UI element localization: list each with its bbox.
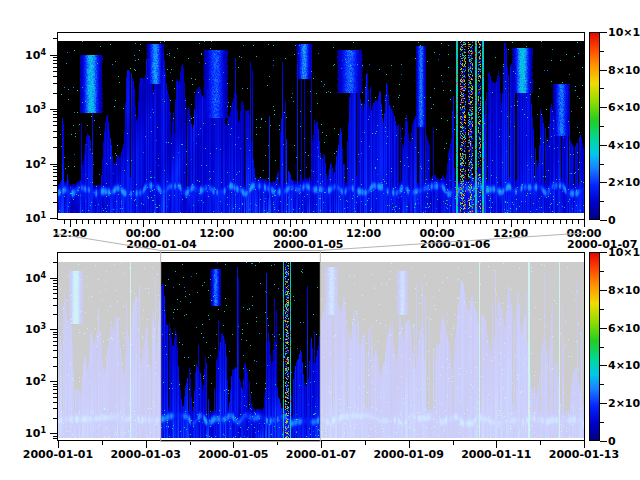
main-x-major-tick [437, 220, 438, 227]
context-y-minor-tick [53, 436, 57, 437]
main-y-minor-tick [53, 93, 57, 94]
context-spectrogram-canvas[interactable] [58, 262, 584, 438]
main-y-minor-tick [53, 137, 57, 138]
main-x-minor-tick [168, 220, 169, 224]
main-x-minor-tick [64, 220, 65, 224]
main-x-minor-tick [119, 220, 120, 224]
main-y-minor-tick [53, 67, 57, 68]
context-y-major-tick [50, 381, 57, 382]
context-x-tick-label: 2000-01-07 [286, 449, 356, 460]
context-colorbar-minor-tick [600, 309, 604, 310]
main-colorbar-tick-label: 10×107 [608, 27, 640, 38]
main-x-tick-label: 12:00 [346, 228, 381, 239]
context-y-tick-label: 103 [0, 324, 46, 335]
main-x-minor-tick [94, 220, 95, 224]
main-x-minor-tick [76, 220, 77, 224]
context-y-minor-tick [53, 305, 57, 306]
main-y-major-tick [50, 164, 57, 165]
main-x-minor-tick [278, 220, 279, 224]
superscript: 1 [40, 211, 46, 220]
context-y-minor-tick [53, 386, 57, 387]
context-colorbar-major-tick [600, 328, 607, 329]
context-colorbar-minor-tick [600, 271, 604, 272]
context-y-tick-label: 104 [0, 272, 46, 283]
main-x-minor-tick [517, 220, 518, 224]
context-x-tick-label: 2000-01-11 [461, 449, 531, 460]
context-x-major-tick [409, 441, 410, 448]
main-x-minor-tick [260, 220, 261, 224]
main-y-minor-tick [53, 147, 57, 148]
main-y-minor-tick [53, 71, 57, 72]
context-colorbar-tick-label: 10×107 [608, 247, 640, 258]
main-x-minor-tick [235, 220, 236, 224]
context-colorbar [589, 252, 600, 441]
context-y-minor-tick [53, 384, 57, 385]
main-y-minor-tick [53, 176, 57, 177]
main-x-minor-tick [560, 220, 561, 224]
main-y-major-tick [50, 218, 57, 219]
main-y-minor-tick [53, 60, 57, 61]
context-y-tick-label: 101 [0, 428, 46, 439]
context-y-minor-tick [53, 418, 57, 419]
main-x-tick-date-label: 2000-01-04 [126, 239, 196, 250]
context-x-minor-tick [365, 441, 366, 445]
superscript: 4 [40, 47, 46, 56]
main-x-minor-tick [223, 220, 224, 224]
main-x-minor-tick [315, 220, 316, 224]
context-x-major-tick [496, 441, 497, 448]
main-x-minor-tick [370, 220, 371, 224]
main-colorbar-major-tick [600, 32, 607, 33]
main-colorbar-tick-label: 0 [608, 215, 616, 226]
main-x-tick-date-label: 2000-01-06 [420, 239, 490, 250]
context-x-tick-label: 2000-01-03 [110, 449, 180, 460]
main-x-major-tick [290, 220, 291, 227]
superscript: 3 [40, 102, 46, 111]
main-x-tick-label: 12:00 [493, 228, 528, 239]
main-x-minor-tick [253, 220, 254, 224]
main-x-minor-tick [388, 220, 389, 224]
context-colorbar-major-tick [600, 403, 607, 404]
main-y-minor-tick [53, 111, 57, 112]
context-y-minor-tick [53, 438, 57, 439]
main-spectrogram-canvas[interactable] [58, 41, 584, 213]
main-y-minor-tick [53, 202, 57, 203]
main-x-major-tick [143, 220, 144, 227]
main-colorbar-minor-tick [600, 126, 604, 127]
main-colorbar-major-tick [600, 220, 607, 221]
context-colorbar-minor-tick [600, 384, 604, 385]
main-x-minor-tick [425, 220, 426, 224]
main-x-minor-tick [327, 220, 328, 224]
context-y-minor-tick [53, 314, 57, 315]
main-y-minor-tick [53, 172, 57, 173]
main-x-minor-tick [486, 220, 487, 224]
main-x-minor-tick [523, 220, 524, 224]
context-y-minor-tick [53, 289, 57, 290]
context-x-tick-label: 2000-01-01 [23, 449, 93, 460]
main-x-minor-tick [137, 220, 138, 224]
main-x-minor-tick [553, 220, 554, 224]
main-colorbar-minor-tick [600, 201, 604, 202]
main-y-minor-tick [53, 166, 57, 167]
context-y-minor-tick [53, 298, 57, 299]
main-x-major-tick [584, 220, 585, 227]
main-x-minor-tick [247, 220, 248, 224]
context-y-minor-tick [53, 283, 57, 284]
main-x-minor-tick [296, 220, 297, 224]
main-colorbar-major-tick [600, 70, 607, 71]
context-colorbar-major-tick [600, 365, 607, 366]
main-y-minor-tick [53, 180, 57, 181]
main-x-minor-tick [578, 220, 579, 224]
main-y-minor-tick [53, 169, 57, 170]
main-x-minor-tick [572, 220, 573, 224]
main-x-minor-tick [100, 220, 101, 224]
superscript: 4 [40, 270, 46, 279]
main-x-minor-tick [406, 220, 407, 224]
context-y-minor-tick [53, 402, 57, 403]
main-x-minor-tick [180, 220, 181, 224]
context-x-major-tick [321, 441, 322, 448]
main-y-minor-tick [53, 114, 57, 115]
context-y-minor-tick [53, 280, 57, 281]
main-y-minor-tick [53, 38, 57, 39]
main-x-tick-label: 12:00 [52, 228, 87, 239]
main-y-minor-tick [53, 57, 57, 58]
